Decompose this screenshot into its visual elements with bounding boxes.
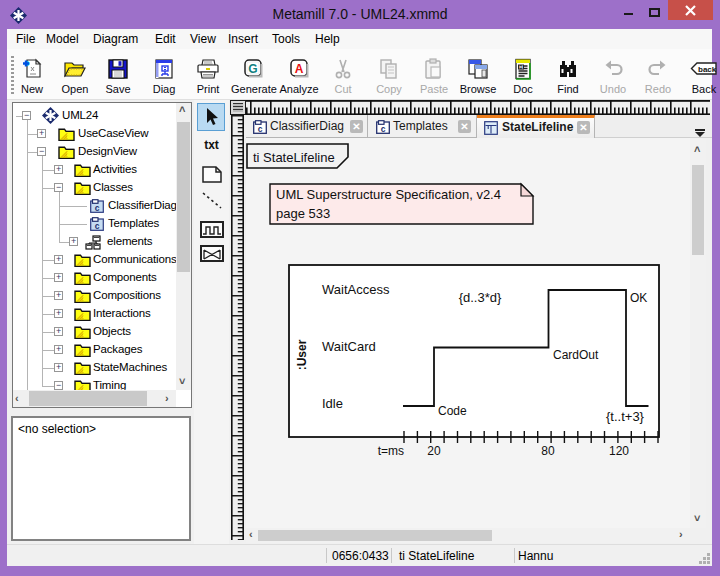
svg-text:80: 80 [541, 444, 555, 458]
svg-text:CardOut: CardOut [553, 348, 599, 362]
svg-text:c: c [258, 124, 263, 134]
svg-text:back: back [698, 65, 717, 74]
svg-text:G: G [248, 62, 257, 76]
svg-text:{d..3*d}: {d..3*d} [459, 290, 502, 305]
svg-text:UML Superstructure Specificati: UML Superstructure Specification, v2.4 [276, 187, 501, 202]
svg-text:Idle: Idle [322, 396, 343, 411]
svg-text::User: :User [295, 339, 309, 370]
svg-text:Code: Code [438, 404, 467, 418]
svg-text:c: c [381, 124, 386, 134]
svg-text:OK: OK [630, 291, 647, 305]
svg-text:ti StateLifeline: ti StateLifeline [253, 150, 335, 165]
svg-text:A: A [295, 62, 304, 76]
svg-text:t=ms: t=ms [378, 444, 404, 458]
svg-text:{t..t+3}: {t..t+3} [606, 409, 645, 424]
svg-text:WaitAccess: WaitAccess [322, 282, 390, 297]
svg-text:WaitCard: WaitCard [322, 339, 376, 354]
svg-text:120: 120 [609, 444, 629, 458]
svg-text:page 533: page 533 [276, 206, 330, 221]
svg-text:20: 20 [427, 444, 441, 458]
